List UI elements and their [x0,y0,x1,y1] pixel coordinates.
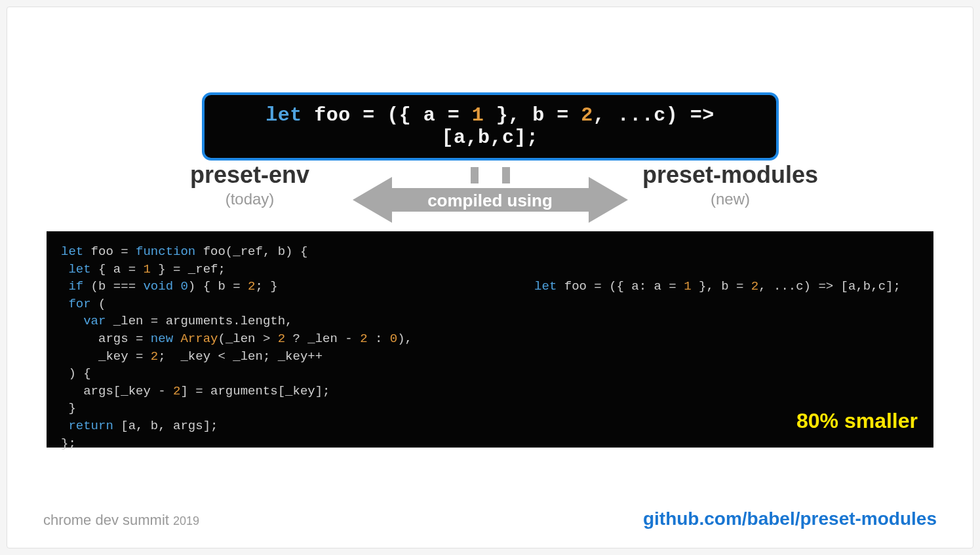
footer-event: chrome dev summit 2019 [43,512,199,529]
left-code-panel: let foo = function foo(_ref, b) { let { … [47,231,490,448]
event-year: 2019 [173,514,199,527]
footer-link[interactable]: github.com/babel/preset-modules [643,508,937,529]
source-code-block: let foo = ({ a = 1 }, b = 2, ...c) => [a… [202,92,779,161]
size-badge: 80% smaller [796,406,918,436]
svg-rect-1 [502,167,510,183]
right-code-panel: 80% smaller let foo = ({ a: a = 1 }, b =… [490,231,934,448]
footer: chrome dev summit 2019 github.com/babel/… [43,508,937,529]
arrow-row: compiled using [40,167,940,226]
code-panels: let foo = function foo(_ref, b) { let { … [40,231,940,448]
slide: let foo = ({ a = 1 }, b = 2, ...c) => [a… [7,7,973,548]
arrow-label: compiled using [427,191,553,211]
event-name: chrome dev summit [43,512,169,528]
svg-rect-0 [471,167,479,183]
